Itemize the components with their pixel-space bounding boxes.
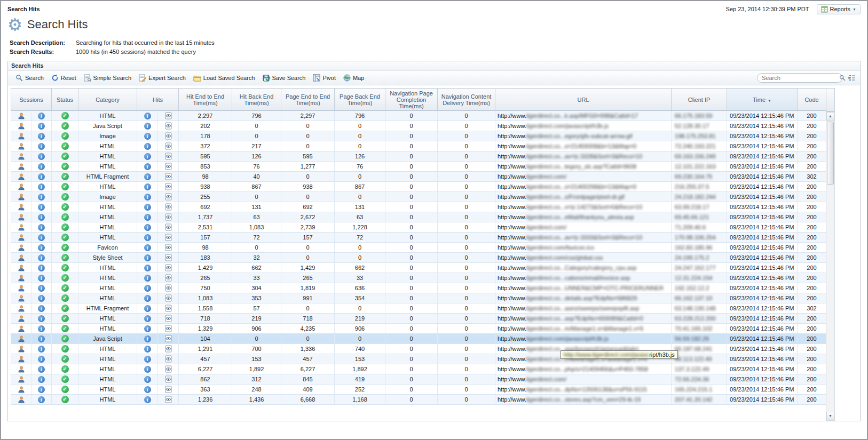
hit-info-cell[interactable]: i <box>137 303 158 314</box>
url-cell[interactable]: http://www.tigerdirect.co...k.asp/MFG0=9… <box>495 111 672 121</box>
info-icon[interactable]: i <box>144 183 151 190</box>
hit-view-cell[interactable] <box>158 374 179 385</box>
session-user-cell[interactable] <box>11 273 31 283</box>
user-icon[interactable] <box>18 234 25 241</box>
session-info-cell[interactable]: i <box>31 202 52 212</box>
url-cell[interactable]: http://www.tigerdirect.com/ <box>495 374 672 385</box>
info-icon[interactable]: i <box>144 214 151 221</box>
hit-view-cell[interactable] <box>158 212 179 222</box>
session-user-cell[interactable] <box>11 121 31 131</box>
user-icon[interactable] <box>18 355 25 363</box>
user-icon[interactable] <box>18 264 25 271</box>
view-report-icon[interactable] <box>165 254 172 261</box>
view-report-icon[interactable] <box>165 122 172 130</box>
info-icon[interactable]: i <box>38 133 45 140</box>
user-icon[interactable] <box>18 274 25 282</box>
scroll-down-button[interactable]: ▼ <box>826 412 834 420</box>
url-cell[interactable]: http://www.tigerdirect.com/javascript/h3… <box>495 334 672 344</box>
view-report-icon[interactable] <box>165 345 172 353</box>
info-icon[interactable]: i <box>38 335 45 342</box>
url-cell[interactable]: http://www.tigerdirect.co...cations/emai… <box>495 273 672 283</box>
user-icon[interactable] <box>18 112 25 119</box>
hit-info-cell[interactable]: i <box>137 344 158 354</box>
info-icon[interactable]: i <box>38 285 45 292</box>
info-icon[interactable]: i <box>38 224 45 231</box>
view-report-icon[interactable] <box>165 284 172 292</box>
user-icon[interactable] <box>18 345 25 353</box>
info-icon[interactable]: i <box>38 265 45 271</box>
hit-view-cell[interactable] <box>158 162 179 172</box>
url-cell[interactable]: http://www.tigerdirect.co...Category/cat… <box>495 263 672 273</box>
session-info-cell[interactable]: i <box>31 334 52 344</box>
hit-view-cell[interactable] <box>158 243 179 253</box>
view-report-icon[interactable] <box>165 335 172 342</box>
session-info-cell[interactable]: i <box>31 303 52 314</box>
hit-view-cell[interactable] <box>158 222 179 233</box>
view-options-button[interactable] <box>849 75 856 81</box>
session-user-cell[interactable] <box>11 293 31 303</box>
session-info-cell[interactable]: i <box>31 162 52 172</box>
table-row[interactable]: i✓HTMLi6,2271,8926,2271,89200http://www.… <box>11 364 826 374</box>
col-status[interactable]: Status <box>52 89 78 111</box>
info-icon[interactable]: i <box>144 234 151 241</box>
info-icon[interactable]: i <box>144 275 151 282</box>
table-row[interactable]: i✓HTMLi1,2361,4366,6681,16800http://www.… <box>11 395 826 405</box>
session-user-cell[interactable] <box>11 283 31 293</box>
col-nav-content-delivery[interactable]: Navigation Content Delivery Time(ms) <box>438 89 495 111</box>
info-icon[interactable]: i <box>144 204 151 211</box>
user-icon[interactable] <box>18 223 25 231</box>
session-user-cell[interactable] <box>11 374 31 385</box>
hit-view-cell[interactable] <box>158 314 179 324</box>
session-user-cell[interactable] <box>11 233 31 243</box>
info-icon[interactable]: i <box>144 244 151 251</box>
map-button[interactable]: Map <box>340 73 367 83</box>
hit-info-cell[interactable]: i <box>137 374 158 385</box>
session-info-cell[interactable]: i <box>31 151 52 162</box>
hit-info-cell[interactable]: i <box>137 111 158 121</box>
url-cell[interactable]: http://www.tigerdirect.co...av=|c:3328&S… <box>495 151 672 162</box>
simple-search-button[interactable]: Simple Search <box>81 73 135 83</box>
session-info-cell[interactable]: i <box>31 364 52 374</box>
view-report-icon[interactable] <box>165 305 172 312</box>
table-row[interactable]: i✓HTMLi2,5311,0832,7391,22800http://www.… <box>11 222 826 233</box>
table-row[interactable]: i✓HTMLi93886793886700http://www.tigerdir… <box>11 182 826 192</box>
session-info-cell[interactable]: i <box>31 131 52 141</box>
url-cell[interactable]: http://www.tigerdirect.co...ases/sweeps/… <box>495 303 672 314</box>
info-icon[interactable]: i <box>144 356 151 363</box>
info-icon[interactable]: i <box>144 224 151 231</box>
view-report-icon[interactable] <box>165 153 172 160</box>
user-icon[interactable] <box>18 375 25 383</box>
user-icon[interactable] <box>18 365 25 373</box>
session-user-cell[interactable] <box>11 354 31 364</box>
url-cell[interactable]: http://www.tigerdirect.co...s=21400298&b… <box>495 182 672 192</box>
search-button[interactable]: Search <box>12 73 47 83</box>
info-icon[interactable]: i <box>144 366 151 373</box>
col-nav-page-completion[interactable]: Navigation Page Completion Time(ms) <box>385 89 438 111</box>
col-code[interactable]: Code <box>798 89 826 111</box>
table-row[interactable]: i✓Style Sheeti183320000http://www.tigerd… <box>11 253 826 263</box>
info-icon[interactable]: i <box>38 123 45 130</box>
table-row[interactable]: i✓HTMLi45715345715300http://www.tigerdir… <box>11 354 826 364</box>
session-user-cell[interactable] <box>11 303 31 314</box>
view-report-icon[interactable] <box>165 386 172 393</box>
info-icon[interactable]: i <box>144 153 151 160</box>
hit-view-cell[interactable] <box>158 334 179 344</box>
session-info-cell[interactable]: i <box>31 243 52 253</box>
col-sessions[interactable]: Sessions <box>11 89 52 111</box>
view-report-icon[interactable] <box>165 234 172 241</box>
table-row[interactable]: i✓HTMLi7503041,81963600http://www.tigerd… <box>11 283 826 293</box>
info-icon[interactable]: i <box>144 396 151 403</box>
hit-view-cell[interactable] <box>158 263 179 273</box>
info-icon[interactable]: i <box>144 386 151 393</box>
session-user-cell[interactable] <box>11 243 31 253</box>
hit-view-cell[interactable] <box>158 253 179 263</box>
info-icon[interactable]: i <box>144 113 151 119</box>
session-user-cell[interactable] <box>11 263 31 273</box>
view-report-icon[interactable] <box>165 223 172 231</box>
session-info-cell[interactable]: i <box>31 263 52 273</box>
session-user-cell[interactable] <box>11 324 31 334</box>
table-row[interactable]: i✓HTMLi86231284541900http://www.tigerdir… <box>11 374 826 385</box>
session-info-cell[interactable]: i <box>31 293 52 303</box>
table-row[interactable]: i✓HTMLi1,08335399135400http://www.tigerd… <box>11 293 826 303</box>
hit-view-cell[interactable] <box>158 364 179 374</box>
